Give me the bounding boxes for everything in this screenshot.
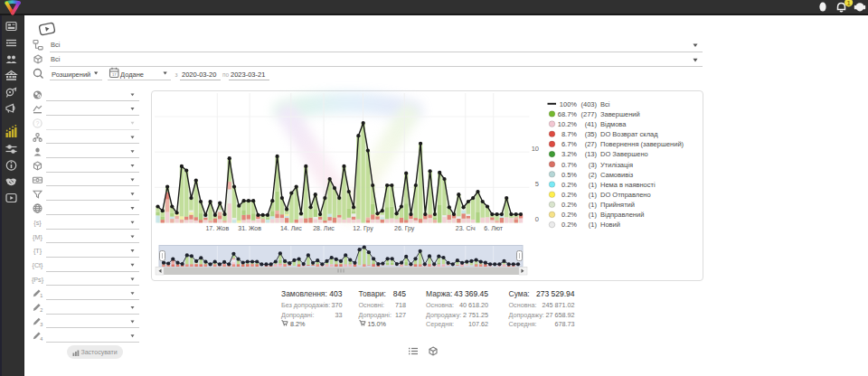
svg-text:{Ps}: {Ps}	[32, 276, 44, 284]
svg-text:17: 17	[112, 72, 117, 77]
svg-text:{M}: {M}	[33, 233, 42, 241]
svg-text:{Ct}: {Ct}	[33, 261, 44, 269]
svg-text:{s}: {s}	[33, 219, 42, 227]
svg-text:{T}: {T}	[33, 247, 42, 255]
svg-text:2: 2	[40, 307, 42, 313]
svg-text:1: 1	[40, 293, 42, 298]
svg-text:3: 3	[40, 322, 42, 327]
svg-text:4: 4	[40, 336, 42, 342]
svg-text:?: ?	[36, 120, 40, 127]
